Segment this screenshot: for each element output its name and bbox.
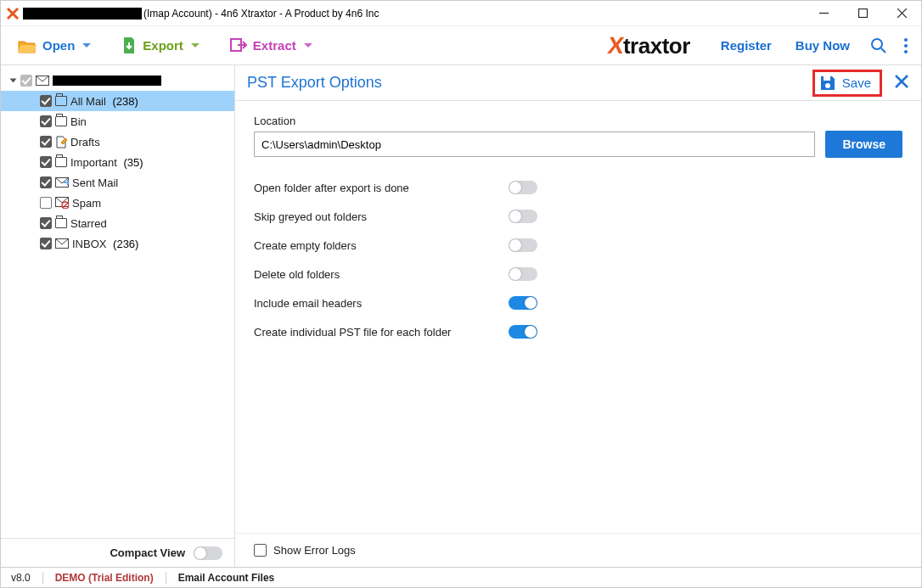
browse-button[interactable]: Browse — [825, 131, 902, 158]
minimize-button[interactable] — [804, 1, 843, 26]
folder-icon — [55, 218, 67, 228]
tree-item-spam[interactable]: Spam — [1, 193, 234, 213]
option-toggle[interactable] — [509, 267, 537, 281]
redacted-account-name — [53, 76, 161, 86]
panel-title: PST Export Options — [247, 74, 382, 92]
checkbox[interactable] — [40, 238, 52, 249]
show-error-logs-label: Show Error Logs — [273, 544, 356, 557]
folder-count: (238) — [110, 95, 138, 108]
folder-count: (236) — [110, 238, 138, 250]
titlebar: (Imap Account) - 4n6 Xtraxtor - A Produc… — [1, 1, 921, 26]
tree-item-important[interactable]: Important (35) — [1, 152, 234, 172]
folder-label: Important — [70, 156, 117, 169]
tree-item-sent-mail[interactable]: Sent Mail — [1, 172, 234, 193]
checkbox[interactable] — [40, 197, 52, 209]
option-label: Open folder after export is done — [254, 182, 509, 194]
folder-label: Starred — [70, 217, 107, 230]
option-row: Include email headers — [254, 288, 902, 317]
save-label: Save — [842, 76, 871, 90]
expand-arrow-icon[interactable] — [10, 79, 17, 83]
option-label: Delete old folders — [254, 268, 509, 281]
option-row: Create individual PST file for each fold… — [254, 317, 902, 346]
option-toggle[interactable] — [509, 238, 537, 252]
extract-icon — [230, 38, 247, 53]
tree-item-inbox[interactable]: INBOX (236) — [1, 233, 234, 254]
maximize-button[interactable] — [843, 1, 882, 26]
panel-header: PST Export Options Save — [235, 65, 921, 101]
svg-rect-1 — [858, 9, 867, 18]
redacted-account — [23, 8, 142, 20]
chevron-down-icon — [304, 43, 312, 48]
spam-icon — [55, 197, 69, 209]
content-pane: PST Export Options Save Location Browse … — [235, 65, 921, 567]
checkbox[interactable] — [40, 136, 52, 148]
open-menu[interactable]: Open — [13, 35, 96, 57]
svg-line-4 — [881, 48, 885, 53]
location-input[interactable] — [254, 132, 815, 157]
folder-icon — [55, 157, 67, 167]
checkbox[interactable] — [20, 75, 32, 87]
option-row: Delete old folders — [254, 260, 902, 288]
more-menu-icon[interactable] — [904, 38, 908, 53]
svg-point-12 — [825, 83, 830, 88]
checkbox[interactable] — [40, 156, 52, 168]
option-row: Skip greyed out folders — [254, 202, 902, 231]
option-toggle[interactable] — [509, 296, 537, 310]
folder-tree-sidebar: All Mail (238)BinDraftsImportant (35)Sen… — [1, 65, 235, 567]
buynow-link[interactable]: Buy Now — [796, 38, 850, 53]
checkbox[interactable] — [40, 217, 52, 229]
envelope-icon — [55, 238, 69, 249]
save-button[interactable]: Save — [812, 70, 882, 97]
option-row: Open folder after export is done — [254, 173, 902, 202]
tree-item-bin[interactable]: Bin — [1, 111, 234, 132]
folder-icon — [55, 96, 67, 106]
svg-point-3 — [872, 39, 882, 49]
folder-label: Spam — [72, 197, 101, 210]
folder-tree: All Mail (238)BinDraftsImportant (35)Sen… — [1, 65, 234, 538]
app-icon — [6, 7, 20, 20]
extract-menu[interactable]: Extract — [225, 35, 318, 57]
panel-body: Location Browse Open folder after export… — [235, 101, 921, 533]
search-icon[interactable] — [870, 37, 887, 54]
envelope-icon — [36, 76, 49, 86]
tree-item-starred[interactable]: Starred — [1, 213, 234, 233]
export-menu[interactable]: Export — [116, 34, 205, 58]
compact-view-row: Compact View — [1, 538, 234, 567]
checkbox[interactable] — [40, 95, 52, 107]
option-label: Skip greyed out folders — [254, 210, 509, 223]
option-toggle[interactable] — [509, 210, 537, 223]
compact-view-label: Compact View — [110, 546, 185, 559]
folder-label: All Mail — [70, 95, 106, 108]
extract-label: Extract — [253, 38, 296, 53]
version-label: v8.0 — [11, 572, 31, 584]
tree-item-drafts[interactable]: Drafts — [1, 132, 234, 152]
compact-view-toggle[interactable] — [194, 546, 222, 560]
export-label: Export — [143, 38, 183, 53]
chevron-down-icon — [82, 43, 91, 48]
folder-label: INBOX — [72, 238, 106, 250]
checkbox[interactable] — [40, 115, 52, 127]
folder-label: Bin — [70, 115, 87, 128]
close-button[interactable] — [882, 1, 921, 26]
close-panel-icon[interactable] — [894, 74, 909, 92]
tree-item-all-mail[interactable]: All Mail (238) — [1, 91, 234, 111]
tree-root-row[interactable] — [1, 70, 234, 91]
option-toggle[interactable] — [509, 325, 537, 339]
sent-icon — [55, 177, 69, 188]
option-label: Create empty folders — [254, 239, 509, 252]
folder-label: Sent Mail — [72, 176, 118, 189]
folder-icon — [55, 116, 67, 126]
folder-open-icon — [18, 38, 37, 53]
checkbox[interactable] — [40, 176, 52, 188]
folder-count: (35) — [121, 156, 143, 169]
location-label: Location — [254, 115, 902, 127]
export-icon — [121, 37, 137, 54]
option-toggle[interactable] — [509, 181, 537, 194]
register-link[interactable]: Register — [721, 38, 772, 53]
draft-icon — [55, 136, 67, 148]
option-label: Include email headers — [254, 297, 509, 310]
option-label: Create individual PST file for each fold… — [254, 326, 509, 339]
chevron-down-icon — [191, 43, 200, 48]
open-label: Open — [42, 38, 75, 53]
show-error-logs-checkbox[interactable] — [254, 544, 267, 557]
